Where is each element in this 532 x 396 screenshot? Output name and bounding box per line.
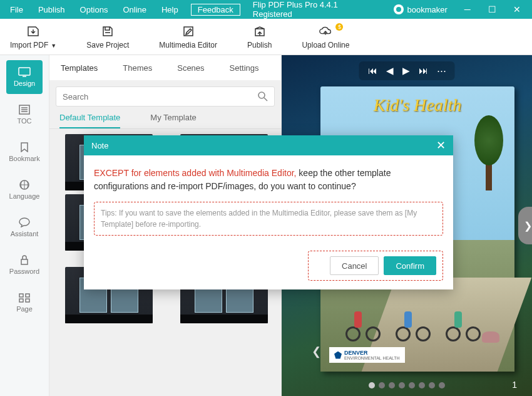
confirm-button[interactable]: Confirm — [384, 256, 436, 275]
dialog-close-icon[interactable]: ✕ — [436, 138, 446, 152]
dialog-actions: Cancel Confirm — [308, 251, 443, 281]
dialog-warning-prefix: EXCEPT for elements added with Multimedi… — [94, 168, 299, 178]
dialog-header: Note ✕ — [84, 135, 453, 155]
dialog-title: Note — [91, 141, 108, 150]
dialog-tips: Tips: If you want to save the elements a… — [94, 202, 443, 236]
dialog-message: EXCEPT for elements added with Multimedi… — [94, 167, 443, 193]
cancel-button[interactable]: Cancel — [330, 256, 379, 275]
dialog-body: EXCEPT for elements added with Multimedi… — [84, 155, 453, 244]
note-dialog: Note ✕ EXCEPT for elements added with Mu… — [84, 135, 453, 289]
